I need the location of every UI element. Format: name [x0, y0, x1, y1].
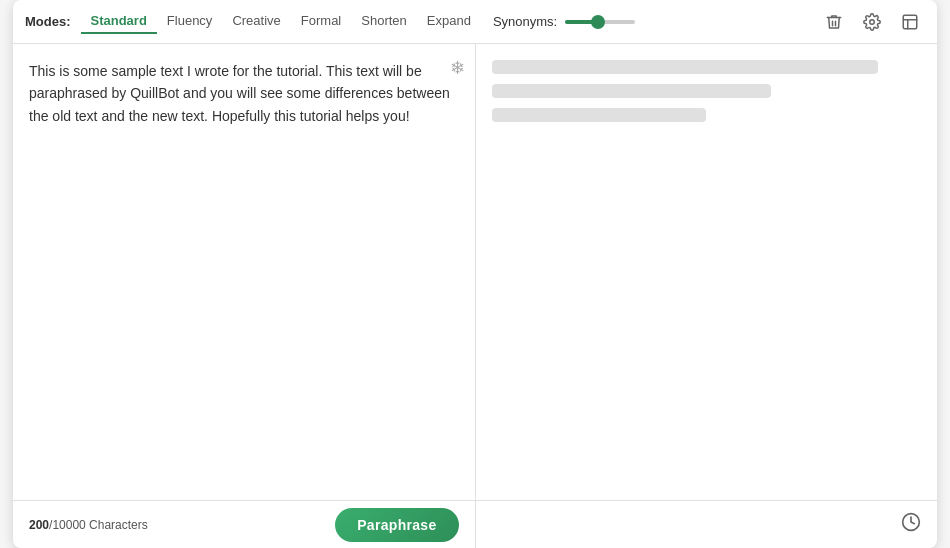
char-count-current: 200	[29, 518, 49, 532]
synonyms-label: Synonyms:	[493, 14, 557, 29]
synonyms-section: Synonyms:	[493, 14, 635, 29]
editor-text: This is some sample text I wrote for the…	[29, 63, 450, 124]
bottom-row: 200/10000 Characters Paraphrase	[13, 500, 937, 548]
history-icon[interactable]	[901, 512, 921, 537]
mode-fluency[interactable]: Fluency	[157, 9, 223, 34]
bottom-right	[476, 501, 938, 548]
modes-label: Modes:	[25, 14, 71, 29]
left-panel: This is some sample text I wrote for the…	[13, 44, 476, 500]
skeleton-line-2	[492, 84, 771, 98]
mode-expand[interactable]: Expand	[417, 9, 481, 34]
char-count-max: 10000	[52, 518, 85, 532]
mode-creative[interactable]: Creative	[222, 9, 290, 34]
skeleton-line-3	[492, 108, 707, 122]
note-button[interactable]	[895, 7, 925, 37]
panels-row: This is some sample text I wrote for the…	[13, 44, 937, 500]
toolbar-right	[819, 7, 925, 37]
bottom-left: 200/10000 Characters Paraphrase	[13, 501, 476, 548]
char-count: 200/10000 Characters	[29, 518, 148, 532]
right-panel	[476, 44, 938, 500]
toolbar: Modes: Standard Fluency Creative Formal …	[13, 0, 937, 44]
mode-standard[interactable]: Standard	[81, 9, 157, 34]
mode-shorten[interactable]: Shorten	[351, 9, 417, 34]
mode-formal[interactable]: Formal	[291, 9, 351, 34]
settings-button[interactable]	[857, 7, 887, 37]
snowflake-icon[interactable]: ❄	[450, 54, 465, 83]
svg-point-0	[870, 19, 875, 24]
modes-list: Standard Fluency Creative Formal Shorten…	[81, 9, 481, 34]
output-area	[476, 44, 938, 500]
skeleton-line-1	[492, 60, 879, 74]
editor-area[interactable]: This is some sample text I wrote for the…	[13, 44, 475, 500]
char-count-label: Characters	[89, 518, 148, 532]
svg-rect-1	[903, 15, 917, 29]
synonyms-slider[interactable]	[565, 20, 635, 24]
slider-thumb[interactable]	[591, 15, 605, 29]
paraphrase-button[interactable]: Paraphrase	[335, 508, 458, 542]
trash-button[interactable]	[819, 7, 849, 37]
